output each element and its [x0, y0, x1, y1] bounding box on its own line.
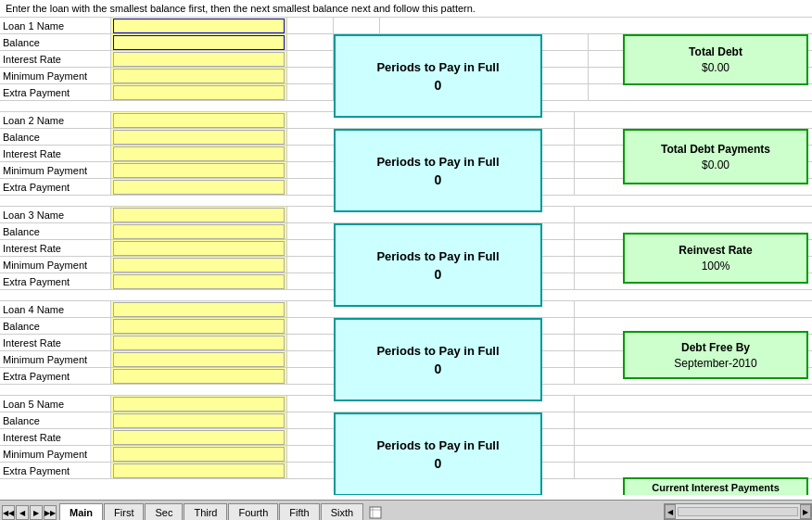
loan1-balance-input[interactable] — [113, 35, 285, 50]
loan1-name-input-cell[interactable] — [111, 18, 287, 33]
tab-sixth[interactable]: Sixth — [321, 503, 363, 520]
sheet-icon — [368, 505, 383, 520]
periods-box-5: Periods to Pay in Full 0 — [334, 412, 542, 495]
loan2-rate-input-cell[interactable] — [111, 146, 287, 161]
loan4-extra-input[interactable] — [113, 369, 285, 384]
loan4-min-label: Minimum Payment — [0, 351, 111, 367]
loan5-balance-input-cell[interactable] — [111, 412, 287, 428]
loan3-rate-input-cell[interactable] — [111, 240, 287, 256]
loan4-rate-input-cell[interactable] — [111, 335, 287, 350]
tab-nav-prev[interactable]: ◀ — [16, 505, 29, 520]
loan5-balance-input[interactable] — [113, 413, 285, 428]
loan1-rate-input-cell[interactable] — [111, 51, 287, 67]
loan2-rate-label: Interest Rate — [0, 146, 111, 161]
loan5-balance-label: Balance — [0, 412, 111, 428]
loan2-min-input-cell[interactable] — [111, 162, 287, 178]
loan3-rate-input[interactable] — [113, 241, 285, 256]
loan1-name-label: Loan 1 Name — [0, 18, 111, 33]
spreadsheet-area: Loan 1 Name Periods to Pay in Full 0 Tot… — [0, 18, 812, 495]
loan5-extra-label: Extra Payment — [0, 463, 111, 478]
loan4-rate-input[interactable] — [113, 336, 285, 350]
loan5-rate-input[interactable] — [113, 430, 285, 445]
debt-free-by-box: Debt Free By September-2010 — [623, 331, 808, 379]
tab-first[interactable]: First — [104, 503, 144, 520]
tab-nav-last[interactable]: ▶▶ — [44, 505, 57, 520]
loan1-min-input[interactable] — [113, 69, 285, 83]
loan1-name-input[interactable] — [113, 19, 285, 33]
loan4-extra-input-cell[interactable] — [111, 368, 287, 384]
svg-rect-0 — [370, 507, 381, 518]
loan1-balance-label: Balance — [0, 34, 111, 50]
loan2-min-label: Minimum Payment — [0, 162, 111, 178]
tab-fourth[interactable]: Fourth — [228, 503, 278, 520]
loan2-balance-label: Balance — [0, 129, 111, 145]
loan2-rate-input[interactable] — [113, 146, 285, 161]
loan4-min-input[interactable] — [113, 352, 285, 367]
header-message: Enter the loan with the smallest balance… — [0, 0, 812, 18]
loan3-balance-label: Balance — [0, 223, 111, 239]
tab-bar: ◀◀ ◀ ▶ ▶▶ Main First Sec Third Fourth Fi… — [0, 500, 812, 520]
loan3-rate-label: Interest Rate — [0, 240, 111, 256]
loan2-name-input[interactable] — [113, 113, 285, 128]
loan5-rate-label: Interest Rate — [0, 429, 111, 445]
loan5-extra-input[interactable] — [113, 463, 285, 478]
loan4-extra-label: Extra Payment — [0, 368, 111, 384]
loan1-extra-input-cell[interactable] — [111, 84, 287, 100]
loan3-name-input[interactable] — [113, 208, 285, 222]
loan4-name-input[interactable] — [113, 302, 285, 317]
total-debt-payments-box: Total Debt Payments $0.00 — [623, 129, 808, 184]
loan2-balance-input-cell[interactable] — [111, 129, 287, 145]
loan4-name-label: Loan 4 Name — [0, 301, 111, 317]
tab-nav-next[interactable]: ▶ — [30, 505, 43, 520]
loan3-name-label: Loan 3 Name — [0, 207, 111, 222]
loan5-name-input-cell[interactable] — [111, 396, 287, 412]
periods-box-1: Periods to Pay in Full 0 — [334, 34, 542, 118]
loan1-rate-label: Interest Rate — [0, 51, 111, 67]
loan5-extra-input-cell[interactable] — [111, 463, 287, 478]
loan5-name-label: Loan 5 Name — [0, 396, 111, 412]
loan3-balance-input-cell[interactable] — [111, 223, 287, 239]
periods-box-3: Periods to Pay in Full 0 — [334, 223, 542, 307]
loan5-rate-input-cell[interactable] — [111, 429, 287, 445]
loan2-extra-input-cell[interactable] — [111, 179, 287, 195]
loan3-min-label: Minimum Payment — [0, 257, 111, 273]
loan3-extra-input-cell[interactable] — [111, 273, 287, 289]
loan4-balance-label: Balance — [0, 318, 111, 334]
loan3-min-input-cell[interactable] — [111, 257, 287, 273]
loan4-balance-input[interactable] — [113, 319, 285, 334]
tab-sec[interactable]: Sec — [145, 503, 183, 520]
h-scrollbar[interactable]: ◀ ▶ — [664, 503, 812, 520]
tab-third[interactable]: Third — [184, 503, 227, 520]
loan4-rate-label: Interest Rate — [0, 335, 111, 350]
loan3-min-input[interactable] — [113, 258, 285, 273]
loan3-balance-input[interactable] — [113, 224, 285, 239]
loan5-min-input[interactable] — [113, 447, 285, 462]
tab-fifth[interactable]: Fifth — [279, 503, 319, 520]
loan3-extra-input[interactable] — [113, 274, 285, 289]
loan2-balance-input[interactable] — [113, 130, 285, 145]
loan1-min-label: Minimum Payment — [0, 68, 111, 83]
loan4-name-input-cell[interactable] — [111, 301, 287, 317]
loan1-rate-input[interactable] — [113, 52, 285, 67]
loan1-extra-input[interactable] — [113, 85, 285, 100]
loan4-balance-input-cell[interactable] — [111, 318, 287, 334]
loan1-extra-label: Extra Payment — [0, 84, 111, 100]
loan3-name-input-cell[interactable] — [111, 207, 287, 222]
loan2-min-input[interactable] — [113, 163, 285, 178]
loan4-min-input-cell[interactable] — [111, 351, 287, 367]
current-interest-box: Current Interest Payments — [623, 477, 808, 495]
loan1-balance-input-cell[interactable] — [111, 34, 287, 50]
tab-main[interactable]: Main — [59, 503, 103, 520]
loan5-name-input[interactable] — [113, 397, 285, 412]
loan1-min-input-cell[interactable] — [111, 68, 287, 83]
periods-box-2: Periods to Pay in Full 0 — [334, 129, 542, 212]
loan2-name-label: Loan 2 Name — [0, 112, 111, 128]
reinvest-rate-box: Reinvest Rate 100% — [623, 233, 808, 284]
tab-nav-first[interactable]: ◀◀ — [2, 505, 15, 520]
loan5-min-input-cell[interactable] — [111, 446, 287, 462]
loan3-extra-label: Extra Payment — [0, 273, 111, 289]
periods-box-4: Periods to Pay in Full 0 — [334, 318, 542, 401]
loan2-name-input-cell[interactable] — [111, 112, 287, 128]
loan2-extra-input[interactable] — [113, 180, 285, 195]
loan5-min-label: Minimum Payment — [0, 446, 111, 462]
